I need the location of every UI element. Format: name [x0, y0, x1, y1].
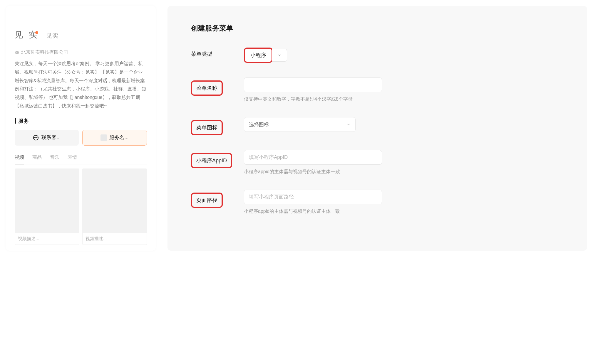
- svg-point-3: [37, 137, 37, 138]
- svg-point-1: [35, 137, 35, 138]
- brand-logo-dot-icon: [35, 31, 38, 34]
- video-card[interactable]: 视频描述...: [15, 168, 79, 245]
- svg-point-2: [36, 137, 36, 138]
- video-grid: 视频描述... 视频描述...: [15, 168, 147, 245]
- form-row-menu-type: 菜单类型 小程序: [191, 48, 564, 63]
- form-row-app-id: 小程序AppID 小程序appid的主体需与视频号的认证主体一致: [191, 150, 564, 175]
- label-menu-name: 菜单名称: [191, 77, 244, 96]
- label-app-id: 小程序AppID: [191, 150, 244, 168]
- service-name-button[interactable]: 服务名...: [82, 130, 147, 146]
- service-section-title: 服务: [15, 117, 147, 124]
- brand-logo: 见 实: [15, 29, 42, 41]
- chat-icon: [33, 134, 39, 141]
- tab-product[interactable]: 商品: [32, 154, 42, 164]
- company-name: 北京见实科技有限公司: [21, 49, 68, 55]
- form-title: 创建服务菜单: [191, 23, 564, 33]
- app-id-input[interactable]: [244, 150, 382, 165]
- video-thumbnail: [15, 168, 79, 233]
- profile-description: 关注见实，每天一个深度思考or案例。 学习更多用户运营、私域、视频号打法可关注【…: [15, 60, 147, 110]
- brand-row: 见 实 见实: [15, 29, 147, 41]
- create-service-menu-form: 创建服务菜单 菜单类型 小程序 菜单名称: [167, 6, 587, 251]
- page-path-input[interactable]: [244, 190, 382, 204]
- verify-badge-icon: [15, 50, 19, 55]
- video-card[interactable]: 视频描述...: [82, 168, 147, 245]
- menu-type-select-extension[interactable]: [272, 49, 287, 62]
- content-tabs: 视频 商品 音乐 表情: [15, 154, 147, 164]
- video-thumbnail: [82, 168, 147, 233]
- video-description: 视频描述...: [15, 233, 79, 245]
- brand-name: 见实: [46, 32, 58, 40]
- menu-name-input[interactable]: [244, 77, 382, 92]
- contact-customer-button[interactable]: 联系客...: [15, 130, 79, 146]
- form-row-menu-name: 菜单名称 仅支持中英文和数字，字数不超过4个汉字或8个字母: [191, 77, 564, 102]
- service-buttons: 联系客... 服务名...: [15, 130, 147, 146]
- menu-icon-select[interactable]: 选择图标: [244, 117, 356, 132]
- section-bar-icon: [15, 118, 16, 124]
- placeholder-icon: [100, 134, 107, 141]
- menu-type-select[interactable]: 小程序: [245, 49, 272, 62]
- chevron-down-icon: [346, 122, 351, 127]
- tab-video[interactable]: 视频: [15, 154, 24, 164]
- label-menu-type: 菜单类型: [191, 48, 244, 58]
- page-path-helper: 小程序appid的主体需与视频号的认证主体一致: [244, 208, 564, 215]
- label-page-path: 页面路径: [191, 190, 244, 208]
- company-row: 北京见实科技有限公司: [15, 49, 147, 55]
- form-row-page-path: 页面路径 小程序appid的主体需与视频号的认证主体一致: [191, 190, 564, 215]
- form-row-menu-icon: 菜单图标 选择图标: [191, 117, 564, 135]
- tab-sticker[interactable]: 表情: [68, 154, 77, 164]
- menu-name-helper: 仅支持中英文和数字，字数不超过4个汉字或8个字母: [244, 96, 564, 102]
- app-id-helper: 小程序appid的主体需与视频号的认证主体一致: [244, 169, 564, 175]
- tab-music[interactable]: 音乐: [50, 154, 59, 164]
- video-description: 视频描述...: [82, 233, 147, 245]
- chevron-down-icon: [277, 53, 282, 57]
- menu-type-select-highlight: 小程序: [244, 48, 273, 63]
- label-menu-icon: 菜单图标: [191, 117, 244, 135]
- profile-preview-panel: 见 实 见实 北京见实科技有限公司 关注见实，每天一个深度思考or案例。 学习更…: [6, 6, 156, 251]
